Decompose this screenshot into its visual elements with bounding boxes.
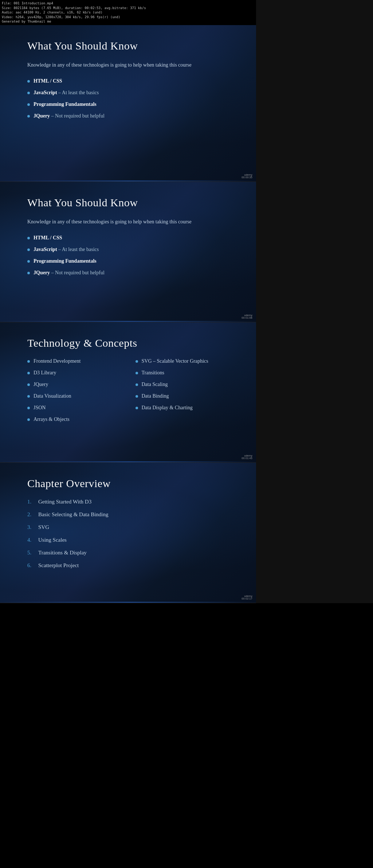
slide-3-watermark: udemy 00:01:43	[242, 454, 252, 459]
slide3-col2-dot-2	[136, 383, 138, 386]
slide3-col1-item-5: Arrays & Objects	[27, 417, 128, 422]
slide2-bullet-item-1: JavaScript – At least the basics	[27, 247, 236, 252]
bullet-text-2: Programming Fundamentals	[34, 101, 97, 107]
slide-3-col1: Frontend Development D3 Library JQuery	[27, 358, 128, 428]
slide-2-content: What You Should Know Knowledge in any of…	[0, 182, 256, 322]
slide-1-wrapper: What You Should Know Knowledge in any of…	[0, 25, 256, 182]
bullet-text-0: HTML / CSS	[34, 78, 62, 84]
chapter-overview-list: 1. Getting Started With D3 2. Basic Sele…	[27, 499, 236, 569]
video-info-line1: File: 001 Introduction.mp4	[2, 1, 254, 6]
bullet-text-3: JQuery – Not required but helpful	[34, 113, 105, 119]
slide2-bullet-item-2: Programming Fundamentals	[27, 258, 236, 264]
slide2-bullet-item-3: JQuery – Not required but helpful	[27, 270, 236, 276]
slide3-col1-item-4: JSON	[27, 405, 128, 411]
slide-3: Technology & Concepts Frontend Developme…	[0, 322, 256, 462]
slide-3-col2: SVG – Scalable Vector Graphics Transitio…	[136, 358, 236, 428]
bullet-text-1: JavaScript – At least the basics	[34, 90, 99, 96]
slide3-col1-item-2: JQuery	[27, 382, 128, 387]
chapter-item-2: 3. SVG	[27, 524, 236, 530]
udemy-logo-1: udemy 00:00:35	[242, 174, 252, 179]
slide3-col1-item-1: D3 Library	[27, 370, 128, 376]
slide3-col2-dot-3	[136, 395, 138, 398]
slide3-col2-item-0: SVG – Scalable Vector Graphics	[136, 358, 236, 364]
chapter-item-1: 2. Basic Selecting & Data Binding	[27, 511, 236, 518]
slide-1-watermark: udemy 00:00:35	[242, 174, 252, 179]
slide2-bullet-text-3: JQuery – Not required but helpful	[34, 270, 105, 276]
slide-2-watermark: udemy 00:01:08	[242, 314, 252, 319]
slide3-col2-item-4: Data Display & Charting	[136, 405, 236, 411]
slide-3-title: Technology & Concepts	[27, 337, 236, 349]
bullet-item-2: Programming Fundamentals	[27, 101, 236, 107]
slide-1-subtitle: Knowledge in any of these technologies i…	[27, 61, 236, 69]
slide-2-bullet-list: HTML / CSS JavaScript – At least the bas…	[27, 235, 236, 276]
slide-1-content: What You Should Know Knowledge in any of…	[0, 25, 256, 182]
slide-2: What You Should Know Knowledge in any of…	[0, 182, 256, 322]
udemy-logo-3: udemy 00:01:43	[242, 454, 252, 459]
slide3-col2-dot-1	[136, 372, 138, 374]
slide-1: What You Should Know Knowledge in any of…	[0, 25, 256, 182]
slide-3-wrapper: Technology & Concepts Frontend Developme…	[0, 322, 256, 463]
bullet-item-3: JQuery – Not required but helpful	[27, 113, 236, 119]
video-info-line2: Size: 8021184 bytes (7.65 MiB), duration…	[2, 6, 254, 11]
video-info-line5: Generated by Thumbnail me	[2, 19, 254, 24]
chapter-item-0: 1. Getting Started With D3	[27, 499, 236, 505]
slide3-col1-dot-3	[27, 395, 30, 398]
slide3-col1-item-3: Data Visualization	[27, 393, 128, 399]
slide3-col2-dot-0	[136, 360, 138, 363]
slide3-col2-dot-4	[136, 407, 138, 409]
slide3-col1-dot-2	[27, 383, 30, 386]
bullet-dot-1	[27, 92, 30, 94]
slide3-col1-dot-5	[27, 418, 30, 421]
video-info-line3: Audio: aac 44100 Hz, 2 channels, s16, 62…	[2, 10, 254, 15]
slide3-col1-dot-0	[27, 360, 30, 363]
slide2-bullet-dot-3	[27, 272, 30, 274]
slide2-bullet-dot-2	[27, 260, 30, 263]
slide-4-content: Chapter Overview 1. Getting Started With…	[0, 463, 256, 603]
bullet-dot-2	[27, 103, 30, 106]
slide2-bullet-dot-0	[27, 237, 30, 239]
bullet-dot-0	[27, 80, 30, 83]
slide-4-title: Chapter Overview	[27, 477, 236, 490]
slide3-col2-item-2: Data Scaling	[136, 382, 236, 387]
udemy-logo-4: udemy 00:02:17	[242, 595, 252, 600]
slide-1-bullet-list: HTML / CSS JavaScript – At least the bas…	[27, 78, 236, 119]
page-wrapper: File: 001 Introduction.mp4 Size: 8021184…	[0, 0, 373, 603]
slide2-bullet-text-2: Programming Fundamentals	[34, 258, 97, 264]
bullet-dot-3	[27, 115, 30, 118]
bullet-item-0: HTML / CSS	[27, 78, 236, 84]
chapter-item-5: 6. Scatterplot Project	[27, 562, 236, 569]
slide-2-title: What You Should Know	[27, 196, 236, 209]
bullet-item-1: JavaScript – At least the basics	[27, 90, 236, 96]
slide2-bullet-text-1: JavaScript – At least the basics	[34, 247, 99, 252]
slide3-col2-item-1: Transitions	[136, 370, 236, 376]
slide-2-wrapper: What You Should Know Knowledge in any of…	[0, 182, 256, 322]
slide3-col1-item-0: Frontend Development	[27, 358, 128, 364]
slide-4: Chapter Overview 1. Getting Started With…	[0, 463, 256, 603]
slide3-col2-item-3: Data Binding	[136, 393, 236, 399]
slide2-bullet-item-0: HTML / CSS	[27, 235, 236, 241]
slide3-col1-dot-4	[27, 407, 30, 409]
slide2-bullet-text-0: HTML / CSS	[34, 235, 62, 241]
slide-2-subtitle: Knowledge in any of these technologies i…	[27, 218, 236, 226]
slide-3-content: Technology & Concepts Frontend Developme…	[0, 322, 256, 462]
video-info-line4: Video: h264, yuv420p, 1280x720, 304 kb/s…	[2, 15, 254, 20]
slide2-bullet-dot-1	[27, 248, 30, 251]
udemy-logo-2: udemy 00:01:08	[242, 314, 252, 319]
slide-4-wrapper: Chapter Overview 1. Getting Started With…	[0, 463, 256, 603]
video-info-bar: File: 001 Introduction.mp4 Size: 8021184…	[0, 0, 256, 25]
chapter-item-4: 5. Transitions & Display	[27, 550, 236, 556]
chapter-item-3: 4. Using Scales	[27, 537, 236, 543]
slide-4-watermark: udemy 00:02:17	[242, 595, 252, 600]
slide3-col1-dot-1	[27, 372, 30, 374]
slide-1-title: What You Should Know	[27, 40, 236, 52]
slide-3-two-col: Frontend Development D3 Library JQuery	[27, 358, 236, 428]
